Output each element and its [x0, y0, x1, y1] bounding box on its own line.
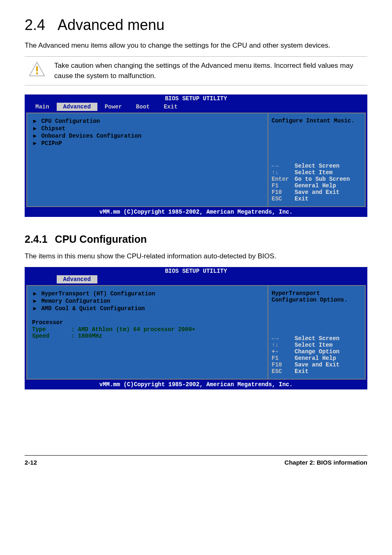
menu-exit: Exit	[157, 103, 184, 111]
menu-advanced: Advanced	[57, 103, 97, 111]
key: F1	[272, 355, 295, 362]
processor-type-label: Type	[32, 326, 71, 333]
key-label: Change Option	[295, 348, 339, 355]
key: ←→	[272, 335, 295, 342]
bios-title: BIOS SETUP UTILITY	[25, 267, 367, 274]
key-label: Save and Exit	[295, 362, 339, 368]
bios-left-panel: ▶ HyperTransport (HT) Configuration ▶ Me…	[27, 286, 268, 379]
bios-item-label: PCIPnP	[41, 140, 62, 147]
bios-item: ▶ Onboard Devices Configuration	[32, 132, 263, 139]
bios-item-label: Memory Configuration	[41, 298, 110, 304]
key-label: General Help	[295, 355, 336, 362]
processor-speed-value: : 1800MHz	[71, 333, 102, 339]
section-heading: 2.4Advanced menu	[25, 16, 367, 34]
bios-item-label: CPU Configuration	[41, 118, 100, 124]
processor-speed-label: Speed	[32, 333, 71, 339]
bios-help-text: Configure Instant Music.	[272, 117, 362, 124]
section-title-text: Advanced menu	[58, 16, 164, 33]
key: +-	[272, 348, 295, 355]
bios-screenshot-1: BIOS SETUP UTILITY Main Advanced Power B…	[25, 94, 367, 217]
bios-copyright: vMM.mm (C)Copyright 1985-2002, American …	[25, 208, 367, 217]
svg-point-2	[36, 72, 38, 74]
bios-item: ▶ CPU Configuration	[32, 117, 263, 124]
menu-power: Power	[98, 103, 129, 111]
bios-item: ▶ Memory Configuration	[32, 297, 263, 304]
processor-block: Processor Type : AMD Athlon (tm) 64 proc…	[32, 319, 263, 339]
help-line: HyperTransport	[272, 290, 362, 297]
menu-main: Main	[29, 103, 56, 111]
caution-icon	[29, 61, 45, 77]
key-label: Exit	[295, 196, 309, 202]
bios-left-panel: ▶ CPU Configuration ▶ Chipset ▶ Onboard …	[27, 113, 268, 206]
bios-key-hints: ←→Select Screen ↑↓Select Item EnterGo to…	[272, 163, 362, 202]
caution-text: Take caution when changing the settings …	[54, 61, 367, 81]
bios-menubar: Main Advanced	[25, 274, 367, 285]
bios-item-label: AMD Cool & Quiet Configuration	[41, 305, 145, 312]
key: F10	[272, 189, 295, 196]
bios-body: ▶ HyperTransport (HT) Configuration ▶ Me…	[26, 285, 366, 380]
bios-right-panel: HyperTransport Configuration Options. ←→…	[268, 286, 365, 379]
key: F1	[272, 182, 295, 189]
page-footer: 2-12 Chapter 2: BIOS information	[25, 455, 367, 466]
bios-body: ▶ CPU Configuration ▶ Chipset ▶ Onboard …	[26, 113, 366, 207]
bios-help-text: HyperTransport Configuration Options.	[272, 290, 362, 303]
page-number: 2-12	[25, 459, 37, 466]
bios-item: ▶ HyperTransport (HT) Configuration	[32, 290, 263, 297]
section-intro: The Advanced menu items allow you to cha…	[25, 41, 367, 51]
processor-heading: Processor	[32, 319, 63, 326]
key-label: Select Screen	[295, 163, 339, 169]
chapter-label: Chapter 2: BIOS information	[284, 459, 367, 466]
key: Enter	[272, 176, 295, 182]
menu-boot: Boot	[129, 103, 157, 111]
bios-item-label: Onboard Devices Configuration	[41, 133, 141, 139]
bios-key-hints: ←→Select Screen ↑↓Select Item +-Change O…	[272, 335, 362, 375]
bios-item-label: HyperTransport (HT) Configuration	[41, 290, 155, 297]
processor-type-row: Type : AMD Athlon (tm) 64 processor 2900…	[32, 326, 263, 333]
key-label: Go to Sub Screen	[295, 176, 350, 182]
svg-rect-1	[36, 66, 38, 71]
menu-advanced: Advanced	[57, 275, 97, 283]
key: ESC	[272, 196, 295, 202]
bios-screenshot-2: BIOS SETUP UTILITY Main Advanced ▶ Hyper…	[25, 267, 367, 389]
bios-right-panel: Configure Instant Music. ←→Select Screen…	[268, 113, 365, 206]
subsection-title-text: CPU Configuration	[55, 233, 147, 245]
help-line: Configuration Options.	[272, 297, 362, 303]
bios-item: ▶ Chipset	[32, 125, 263, 132]
processor-speed-row: Speed : 1800MHz	[32, 333, 263, 339]
caution-alert: Take caution when changing the settings …	[25, 56, 367, 85]
key-label: Select Item	[295, 169, 332, 176]
key: ↑↓	[272, 342, 295, 348]
section-number: 2.4	[25, 16, 45, 33]
key-label: Exit	[295, 368, 309, 375]
subsection-heading: 2.4.1CPU Configuration	[25, 233, 367, 245]
subsection-intro: The items in this menu show the CPU-rela…	[25, 252, 367, 261]
key: F10	[272, 362, 295, 368]
subsection-number: 2.4.1	[25, 233, 48, 245]
bios-item-label: Chipset	[41, 125, 65, 132]
key: ESC	[272, 368, 295, 375]
key-label: Select Item	[295, 342, 332, 348]
bios-menubar: Main Advanced Power Boot Exit	[25, 102, 367, 113]
bios-item: ▶ PCIPnP	[32, 140, 263, 147]
bios-item: ▶ AMD Cool & Quiet Configuration	[32, 305, 263, 312]
key: ←→	[272, 163, 295, 169]
bios-title: BIOS SETUP UTILITY	[25, 94, 367, 102]
key-label: General Help	[295, 182, 336, 189]
bios-copyright: vMM.mm (C)Copyright 1985-2002, American …	[25, 380, 367, 389]
key: ↑↓	[272, 169, 295, 176]
key-label: Save and Exit	[295, 189, 339, 196]
processor-type-value: : AMD Athlon (tm) 64 processor 2900+	[71, 326, 195, 333]
key-label: Select Screen	[295, 335, 339, 342]
